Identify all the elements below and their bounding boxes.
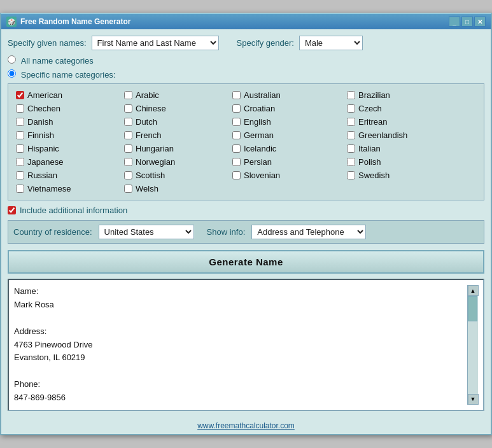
content-area: Specify given names: First Name and Last…: [1, 29, 491, 417]
minimize-button[interactable]: _: [449, 17, 460, 27]
category-german: German: [232, 129, 347, 141]
label-hispanic[interactable]: Hispanic: [27, 144, 59, 153]
scrollbar: ▲ ▼: [467, 285, 478, 404]
label-chinese[interactable]: Chinese: [136, 104, 166, 113]
country-select[interactable]: United States United Kingdom Canada Aust…: [99, 225, 194, 239]
label-dutch[interactable]: Dutch: [136, 117, 157, 127]
category-hispanic: Hispanic: [16, 143, 124, 155]
category-italian: Italian: [347, 143, 461, 155]
checkbox-hungarian[interactable]: [124, 144, 132, 153]
label-croatian[interactable]: Croatian: [244, 104, 275, 113]
label-czech[interactable]: Czech: [358, 104, 382, 113]
checkbox-icelandic[interactable]: [232, 144, 241, 153]
footer-link[interactable]: www.freemathcalculator.com: [197, 421, 295, 430]
checkbox-arabic[interactable]: [124, 91, 132, 99]
label-french[interactable]: French: [136, 130, 161, 140]
all-categories-label[interactable]: All name categories: [21, 56, 94, 66]
given-names-label: Specify given names:: [8, 38, 87, 48]
label-japanese[interactable]: Japanese: [27, 157, 63, 167]
checkbox-scottish[interactable]: [124, 171, 132, 179]
label-english[interactable]: English: [244, 117, 271, 127]
category-english: English: [232, 116, 347, 128]
scroll-thumb[interactable]: [468, 296, 477, 321]
checkbox-eritrean[interactable]: [347, 118, 355, 126]
show-info-label: Show info:: [207, 227, 246, 237]
checkbox-swedish[interactable]: [347, 171, 355, 179]
label-vietnamese[interactable]: Vietnamese: [27, 184, 71, 193]
specific-categories-label[interactable]: Specific name categories:: [21, 70, 116, 80]
label-arabic[interactable]: Arabic: [136, 90, 159, 100]
checkbox-welsh[interactable]: [124, 185, 132, 193]
scroll-up-button[interactable]: ▲: [468, 285, 479, 296]
checkbox-french[interactable]: [124, 131, 132, 139]
label-danish[interactable]: Danish: [27, 117, 53, 127]
category-slovenian: Slovenian: [232, 169, 347, 181]
title-bar: 🎲 Free Random Name Generator _ □ ✕: [1, 14, 491, 29]
label-persian[interactable]: Persian: [244, 157, 272, 167]
label-american[interactable]: American: [27, 90, 62, 100]
given-names-select[interactable]: First Name and Last Name First Name Only…: [92, 36, 219, 50]
specific-categories-radio[interactable]: [8, 69, 16, 78]
checkbox-persian[interactable]: [232, 158, 241, 166]
checkbox-italian[interactable]: [347, 144, 355, 153]
include-additional-row: Include additional information: [8, 206, 484, 215]
category-australian: Australian: [232, 89, 347, 101]
label-german[interactable]: German: [244, 130, 274, 140]
category-arabic: Arabic: [124, 89, 232, 101]
checkbox-slovenian[interactable]: [232, 171, 241, 179]
category-finnish: Finnish: [16, 129, 124, 141]
country-row: Country of residence: United States Unit…: [8, 220, 484, 244]
all-categories-radio[interactable]: [8, 55, 16, 64]
checkbox-chinese[interactable]: [124, 104, 132, 113]
label-icelandic[interactable]: Icelandic: [244, 144, 276, 153]
checkbox-polish[interactable]: [347, 158, 355, 166]
categories-grid: American Arabic Australian Brazilian Che…: [16, 89, 476, 195]
categories-section: American Arabic Australian Brazilian Che…: [8, 83, 484, 200]
checkbox-norwegian[interactable]: [124, 158, 132, 166]
checkbox-australian[interactable]: [232, 91, 241, 99]
checkbox-brazilian[interactable]: [347, 91, 355, 99]
checkbox-danish[interactable]: [16, 118, 24, 126]
label-chechen[interactable]: Chechen: [27, 104, 60, 113]
label-russian[interactable]: Russian: [27, 171, 57, 180]
category-danish: Danish: [16, 116, 124, 128]
checkbox-hispanic[interactable]: [16, 144, 24, 153]
close-button[interactable]: ✕: [474, 17, 486, 27]
label-swedish[interactable]: Swedish: [358, 171, 390, 180]
label-norwegian[interactable]: Norwegian: [136, 157, 175, 167]
category-hungarian: Hungarian: [124, 143, 232, 155]
label-italian[interactable]: Italian: [358, 144, 381, 153]
label-greenlandish[interactable]: Greenlandish: [358, 130, 407, 140]
country-label: Country of residence:: [13, 227, 92, 237]
label-slovenian[interactable]: Slovenian: [244, 171, 280, 180]
checkbox-chechen[interactable]: [16, 104, 24, 113]
checkbox-finnish[interactable]: [16, 131, 24, 139]
label-eritrean[interactable]: Eritrean: [358, 117, 388, 127]
label-brazilian[interactable]: Brazilian: [358, 90, 390, 100]
checkbox-russian[interactable]: [16, 171, 24, 179]
include-additional-label[interactable]: Include additional information: [20, 206, 127, 215]
scroll-down-button[interactable]: ▼: [468, 394, 479, 405]
category-french: French: [124, 129, 232, 141]
checkbox-german[interactable]: [232, 131, 241, 139]
show-info-select[interactable]: Address and Telephone Address Only Telep…: [251, 225, 366, 239]
checkbox-american[interactable]: [16, 91, 24, 99]
category-eritrean: Eritrean: [347, 116, 461, 128]
include-additional-checkbox[interactable]: [8, 206, 16, 214]
label-scottish[interactable]: Scottish: [136, 171, 165, 180]
label-finnish[interactable]: Finnish: [27, 130, 54, 140]
checkbox-croatian[interactable]: [232, 104, 241, 113]
checkbox-vietnamese[interactable]: [16, 185, 24, 193]
checkbox-greenlandish[interactable]: [347, 131, 355, 139]
label-hungarian[interactable]: Hungarian: [136, 144, 174, 153]
checkbox-japanese[interactable]: [16, 158, 24, 166]
label-polish[interactable]: Polish: [358, 157, 381, 167]
label-welsh[interactable]: Welsh: [136, 184, 158, 193]
gender-select[interactable]: Male Female Either: [299, 36, 363, 50]
checkbox-dutch[interactable]: [124, 118, 132, 126]
checkbox-english[interactable]: [232, 118, 241, 126]
label-australian[interactable]: Australian: [244, 90, 281, 100]
checkbox-czech[interactable]: [347, 104, 355, 113]
maximize-button[interactable]: □: [461, 17, 473, 27]
generate-name-button[interactable]: Generate Name: [8, 250, 484, 274]
